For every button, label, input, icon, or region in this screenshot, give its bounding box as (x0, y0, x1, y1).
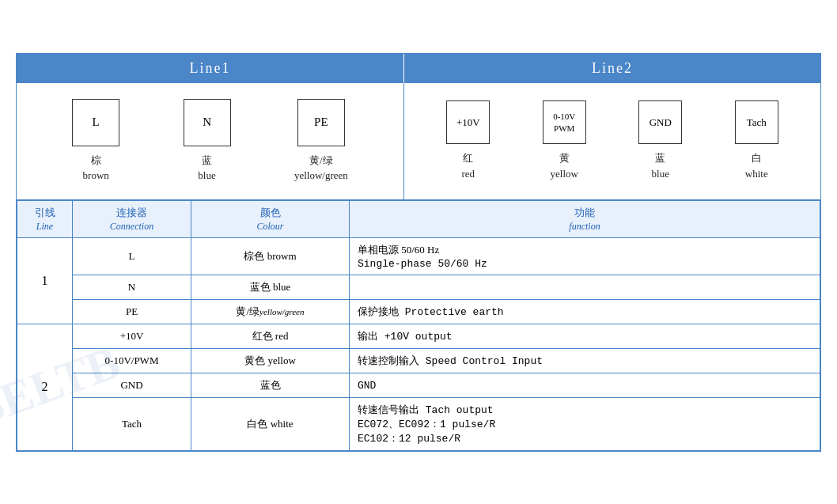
function-10v: 输出 +10V output (350, 324, 820, 348)
function-L: 单相电源 50/60 HzSingle-phase 50/60 Hz (350, 237, 820, 275)
line-num-1: 1 (17, 237, 73, 324)
connector-label-pwm: 黄yellow (551, 150, 578, 181)
main-container: Line1 Line2 L 棕brown N 蓝blue PE 黄/绿yello… (16, 53, 821, 452)
connection-L: L (73, 237, 191, 275)
th-line: 引线 Line (17, 200, 73, 237)
table-row: PE 黄/绿yellow/green 保护接地 Protective earth (17, 299, 820, 324)
line-num-2: 2 BELTB (17, 324, 73, 450)
connector-tach: Tach 白white (735, 100, 778, 181)
table-row: N 蓝色 blue (17, 275, 820, 299)
colour-tach: 白色 white (191, 397, 350, 450)
connector-box-10v: +10V (446, 100, 490, 144)
colour-gnd: 蓝色 (191, 373, 350, 397)
diagram-line1: L 棕brown N 蓝blue PE 黄/绿yellow/green (17, 83, 404, 199)
table-row: GND 蓝色 GND (17, 373, 820, 397)
colour-pwm: 黄色 yellow (191, 348, 350, 373)
header-line1: Line1 (17, 54, 404, 83)
colour-PE: 黄/绿yellow/green (191, 299, 350, 324)
th-line-zh: 引线 (35, 207, 55, 218)
connector-box-N: N (184, 99, 231, 146)
connector-L: L 棕brown (72, 99, 119, 184)
function-pwm: 转速控制输入 Speed Control Input (350, 348, 820, 373)
connector-box-PE: PE (297, 99, 345, 146)
connector-box-pwm: 0-10VPWM (543, 100, 586, 144)
colour-10v: 红色 red (191, 324, 350, 348)
th-function-zh: 功能 (574, 207, 595, 218)
connector-gnd: GND 蓝blue (638, 100, 682, 181)
th-function: 功能 function (350, 200, 820, 237)
connector-label-PE: 黄/绿yellow/green (294, 153, 348, 184)
th-colour: 颜色 Colour (191, 200, 350, 237)
connector-box-L: L (72, 99, 119, 146)
th-connection: 连接器 Connection (73, 200, 191, 237)
table-row: 0-10V/PWM 黄色 yellow 转速控制输入 Speed Control… (17, 348, 820, 373)
connection-10v: +10V (73, 324, 191, 348)
connection-PE: PE (73, 299, 191, 324)
connector-box-tach: Tach (735, 100, 778, 144)
diagram-line2: +10V 红red 0-10VPWM 黄yellow GND 蓝blue Tac… (404, 83, 820, 199)
th-connection-zh: 连接器 (116, 207, 147, 218)
th-colour-en: Colour (256, 221, 283, 232)
connector-10v: +10V 红red (446, 100, 490, 181)
th-function-en: function (569, 221, 600, 232)
connection-pwm: 0-10V/PWM (73, 348, 191, 373)
connector-label-L: 棕brown (83, 153, 109, 184)
data-table: 引线 Line 连接器 Connection 颜色 Colour 功能 func… (17, 200, 820, 451)
connection-tach: Tach (73, 397, 191, 450)
table-header-row: 引线 Line 连接器 Connection 颜色 Colour 功能 func… (17, 200, 820, 237)
header-line2: Line2 (404, 54, 820, 83)
connection-gnd: GND (73, 373, 191, 397)
connector-box-gnd: GND (638, 100, 682, 144)
diagram-row: L 棕brown N 蓝blue PE 黄/绿yellow/green +10V… (17, 83, 820, 200)
th-colour-zh: 颜色 (260, 207, 281, 218)
connector-PE: PE 黄/绿yellow/green (294, 99, 348, 184)
function-PE: 保护接地 Protective earth (350, 299, 820, 324)
connector-label-tach: 白white (745, 150, 768, 181)
connector-label-10v: 红red (461, 150, 475, 181)
th-line-en: Line (36, 221, 53, 232)
connector-label-gnd: 蓝blue (652, 150, 669, 181)
colour-N: 蓝色 blue (191, 275, 350, 299)
table-row: 2 BELTB +10V 红色 red 输出 +10V output (17, 324, 820, 348)
connection-N: N (73, 275, 191, 299)
th-connection-en: Connection (110, 221, 153, 232)
function-tach: 转速信号输出 Tach output EC072、EC092：1 pulse/R… (350, 397, 820, 450)
function-N (350, 275, 820, 299)
connector-label-N: 蓝blue (198, 153, 215, 184)
header-row: Line1 Line2 (17, 54, 820, 83)
table-row: Tach 白色 white 转速信号输出 Tach output EC072、E… (17, 397, 820, 450)
function-gnd: GND (350, 373, 820, 397)
connector-pwm: 0-10VPWM 黄yellow (543, 100, 586, 181)
table-row: 1 L 棕色 browm 单相电源 50/60 HzSingle-phase 5… (17, 237, 820, 275)
connector-N: N 蓝blue (184, 99, 231, 184)
colour-L: 棕色 browm (191, 237, 350, 275)
